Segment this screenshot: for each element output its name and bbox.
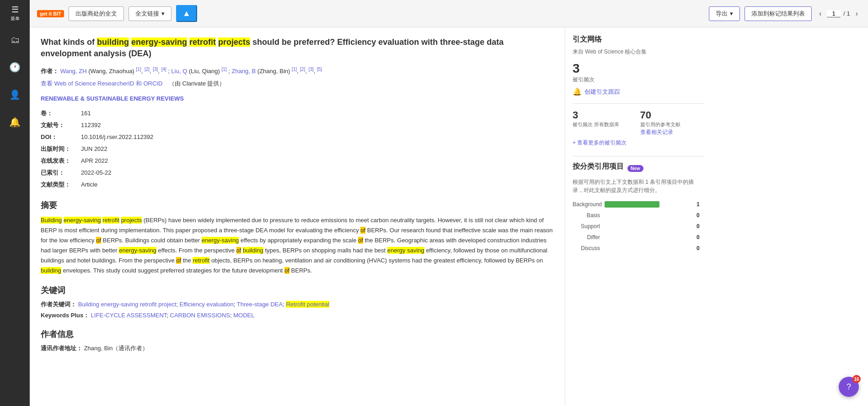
bell-icon[interactable]: 🔔 xyxy=(5,113,24,131)
sidebar-toggle[interactable]: ☰ 菜单 xyxy=(11,5,20,22)
authors-label: 作者： xyxy=(41,68,59,75)
keywords-plus-line: Keywords Plus： LIFE-CYCLE ASSESSMENT; CA… xyxy=(41,311,554,320)
ab-highlight-of1: of xyxy=(360,227,365,234)
all-db-cell: 3 被引频次 所有数据库 xyxy=(573,109,637,136)
pub-date-label: 出版时间： xyxy=(41,143,77,155)
user-icon[interactable]: 👤 xyxy=(5,85,24,104)
more-citations-link[interactable]: + 查看更多的被引频次 xyxy=(573,139,704,147)
pub-date-value: JUN 2022 xyxy=(81,143,107,155)
volume-value: 161 xyxy=(81,107,91,119)
doc-type-label: 文献类型： xyxy=(41,179,77,191)
abstract-title: 摘要 xyxy=(41,200,554,211)
chart-label-background: Background xyxy=(573,201,605,208)
page-separator: / 1 xyxy=(843,10,850,17)
kwp-carbon[interactable]: CARBON EMISSIONS xyxy=(170,312,230,319)
folder-icon[interactable]: 🗂 xyxy=(7,31,23,49)
indexed-value: 2022-05-22 xyxy=(81,167,112,179)
online-date-value: APR 2022 xyxy=(81,155,108,167)
history-icon[interactable]: 🕐 xyxy=(5,58,24,76)
citation-network-title: 引文网络 xyxy=(573,35,704,44)
orcid-link[interactable]: 查看 Web of Science ResearcherID 和 ORCID xyxy=(41,80,162,87)
author-info-title: 作者信息 xyxy=(41,329,554,340)
full-text-label: 出版商处的全文 xyxy=(75,10,117,18)
ab-highlight-of4: of xyxy=(236,247,241,254)
volume-label: 卷： xyxy=(41,107,77,119)
full-link-button[interactable]: 全文链接 ▾ xyxy=(129,6,171,21)
kwp-lifecycle[interactable]: LIFE-CYCLE ASSESSMENT xyxy=(91,312,166,319)
related-link[interactable]: 查看相关记录 xyxy=(640,129,673,135)
pub-date-row: 出版时间： JUN 2022 xyxy=(41,143,554,155)
orcid-line[interactable]: 查看 Web of Science ResearcherID 和 ORCID （… xyxy=(41,80,554,88)
sidebar: ☰ 菜单 🗂 🕐 👤 🔔 xyxy=(0,0,30,406)
all-db-label: 被引频次 所有数据库 xyxy=(573,121,637,128)
indexed-label: 已索引： xyxy=(41,167,77,179)
journal-name[interactable]: RENEWABLE & SUSTAINABLE ENERGY REVIEWS xyxy=(41,95,554,102)
bell-icon: 🔔 xyxy=(573,87,582,96)
source-label: 来自 Web of Science 核心合集 xyxy=(573,48,704,56)
liu-ref1[interactable]: [1] xyxy=(221,67,226,72)
keywords-title: 关键词 xyxy=(41,285,554,296)
add-to-list-label: 添加到标记结果列表 xyxy=(751,10,805,17)
next-page-button[interactable]: › xyxy=(853,9,861,19)
author-wang[interactable]: Wang, ZH xyxy=(60,68,87,75)
ref-label: 篇引用的参考文献 xyxy=(640,121,704,128)
citation-count: 3 xyxy=(573,61,704,76)
export-dropdown-arrow: ▾ xyxy=(730,10,733,17)
kw-threestage[interactable]: Three-stage DEA xyxy=(237,301,283,308)
online-date-label: 在线发表： xyxy=(41,155,77,167)
corresponding-label: 通讯作者地址： xyxy=(41,345,82,352)
chart-value-background: 1 xyxy=(697,201,704,208)
wang-ref1[interactable]: [1] xyxy=(136,67,141,72)
citation-count-label: 被引频次 xyxy=(573,76,704,84)
zhang-ref5[interactable]: [5] xyxy=(317,67,322,72)
prev-page-button[interactable]: ‹ xyxy=(816,9,824,19)
chart-bar-container-basis xyxy=(605,212,693,219)
full-text-button[interactable]: 出版商处的全文 xyxy=(69,6,124,21)
ab-highlight-building3: building xyxy=(41,267,61,274)
doi-row: DOI： 10.1016/j.rser.2022.112392 xyxy=(41,131,554,143)
author-liu[interactable]: Liu, Q xyxy=(171,68,188,75)
chart-label-discuss: Discuss xyxy=(573,245,605,251)
toolbar: get it BIT 出版商处的全文 全文链接 ▾ ▲ 导出 ▾ 添加到标记结果… xyxy=(30,0,868,27)
citation-track[interactable]: 🔔 创建引文跟踪 xyxy=(573,87,704,96)
author-zhang[interactable]: Zhang, B xyxy=(231,68,256,75)
zhang-ref2[interactable]: [2] xyxy=(300,67,305,72)
author-info-section: 通讯作者地址： Zhang, Bin（通讯作者） xyxy=(41,344,554,353)
ab-highlight-of5: of xyxy=(176,257,181,264)
help-button[interactable]: 16 ? xyxy=(839,377,859,397)
doc-type-value: Article xyxy=(81,179,97,191)
chart-value-discuss: 0 xyxy=(697,245,704,251)
page-input[interactable] xyxy=(827,10,841,17)
add-to-list-button[interactable]: 添加到标记结果列表 xyxy=(745,6,812,21)
ab-highlight-of2: of xyxy=(96,237,101,244)
zhang-ref3[interactable]: [3] xyxy=(309,67,314,72)
doc-type-row: 文献类型： Article xyxy=(41,179,554,191)
kw-building[interactable]: Building energy-saving retrofit project xyxy=(78,301,177,308)
author-keywords-label: 作者关键词： xyxy=(41,301,76,308)
title-highlight-building: building xyxy=(97,37,129,47)
wang-ref4[interactable]: [4] xyxy=(161,67,166,72)
all-db-count: 3 xyxy=(573,109,637,121)
title-highlight-projects: projects xyxy=(218,37,250,47)
export-button[interactable]: 导出 ▾ xyxy=(709,6,740,21)
chart-bar-container-support xyxy=(605,223,693,230)
kw-efficiency[interactable]: Efficiency evaluation xyxy=(179,301,233,308)
doi-value[interactable]: 10.1016/j.rser.2022.112392 xyxy=(81,131,153,143)
main-wrapper: get it BIT 出版商处的全文 全文链接 ▾ ▲ 导出 ▾ 添加到标记结果… xyxy=(30,0,868,406)
volume-row: 卷： 161 xyxy=(41,107,554,119)
meta-table: 卷： 161 文献号： 112392 DOI： 10.1016/j.rser.2… xyxy=(41,107,554,191)
zhang-ref1[interactable]: [1] xyxy=(292,67,297,72)
chart-label-support: Support xyxy=(573,223,605,230)
hamburger-icon: ☰ xyxy=(11,5,19,15)
upload-button[interactable]: ▲ xyxy=(176,5,197,22)
export-label: 导出 xyxy=(716,10,728,18)
chart-bar-container-background xyxy=(605,201,693,208)
doi-label: DOI： xyxy=(41,131,77,143)
ab-highlight-energysaving2: energy-saving xyxy=(202,237,239,244)
kw-retrofit[interactable]: Retrofit potential xyxy=(286,301,329,308)
chart-row-basis: Basis0 xyxy=(573,212,704,219)
kwp-model[interactable]: MODEL xyxy=(233,312,254,319)
wang-ref2[interactable]: [2] xyxy=(145,67,150,72)
getit-badge: get it BIT xyxy=(37,10,64,17)
wang-ref3[interactable]: [3] xyxy=(153,67,158,72)
